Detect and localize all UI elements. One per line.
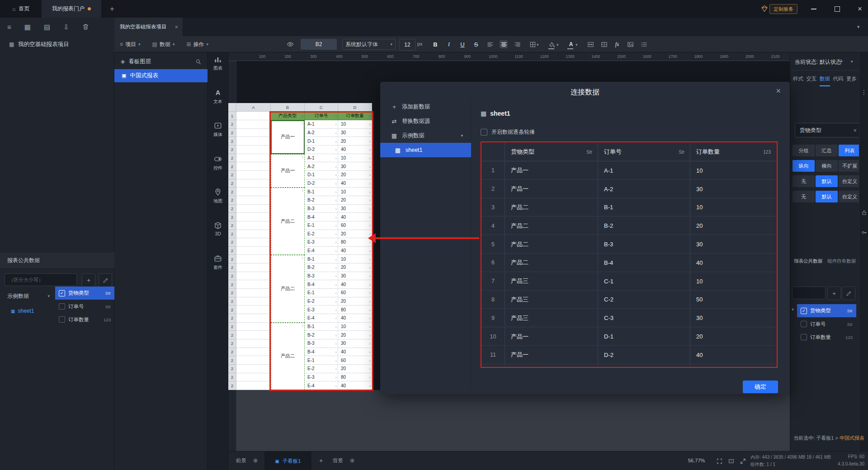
checkbox-empty[interactable] [801,321,807,327]
tab-project-document[interactable]: 我的空基础报表项目 × [114,18,183,36]
cell-empty[interactable] [236,280,271,289]
tab-数据[interactable]: 数据 [820,71,830,86]
tab-样式[interactable]: 样式 [793,71,803,86]
cell-empty[interactable] [236,323,271,331]
main-menu-icon[interactable]: ≡ [7,23,11,31]
row-header[interactable]: 2 [228,339,236,348]
row-header[interactable]: 2 [228,280,236,289]
component-map[interactable]: 地图 [208,188,228,210]
tab-交互[interactable]: 交互 [807,71,817,86]
cell-empty[interactable] [236,373,271,382]
sheet-link[interactable]: ▦ sheet1 [11,306,34,316]
column-header-B[interactable]: B [271,103,305,112]
add-state-button[interactable]: + [840,57,843,65]
field-row-订单号[interactable]: 订单号Str [55,300,114,313]
row-header[interactable]: 2 [228,255,236,263]
search-icon[interactable] [195,59,201,65]
dataset-dropdown-item[interactable]: ▦ 示例数据 ▾ [380,128,471,143]
row-header[interactable]: 2 [228,331,236,339]
option-button-自定义[interactable]: 自定义 [839,175,861,187]
new-tab-button[interactable]: + [106,0,118,18]
field-row-订单号[interactable]: 订单号Str [797,317,856,330]
foreground-label[interactable]: 前景 [236,457,246,464]
cell-empty[interactable] [236,381,271,390]
trash-icon[interactable] [82,24,89,30]
checkbox-empty[interactable] [59,316,65,323]
cell-empty[interactable] [236,221,271,230]
align-center-icon[interactable] [500,40,508,48]
formula-button[interactable]: fx [613,40,622,48]
chevron-down-icon[interactable]: ▾ [576,42,578,47]
cell-empty[interactable] [236,137,271,146]
row-header[interactable]: 2 [228,373,236,382]
borders-icon[interactable] [528,40,537,48]
component-kit[interactable]: 套件 [208,254,228,276]
tab-overflow-chevron-icon[interactable]: ▾ [857,24,860,30]
row-header[interactable]: 2 [228,171,236,179]
cell-empty[interactable] [236,154,271,163]
menu-data[interactable]: ▤ 数据 ▾ [152,41,175,48]
maximize-button[interactable] [831,0,844,18]
cell-empty[interactable] [236,365,271,373]
row-header[interactable]: 2 [228,221,236,230]
checkbox-empty[interactable] [59,303,65,310]
merge-cells-icon[interactable] [586,40,594,48]
file-icon[interactable]: ▤ [44,23,50,31]
cell-empty[interactable] [236,356,271,365]
cell-empty[interactable] [236,289,271,297]
custom-service-badge[interactable]: 定制服务 [769,4,797,14]
background-add-icon[interactable]: ⊕ [350,457,354,464]
cell-empty[interactable] [236,171,271,179]
table-row[interactable]: 12产品二E-160 [481,364,776,367]
column-header-D[interactable]: D [338,103,372,112]
cell-empty[interactable] [236,339,271,348]
more-options-icon[interactable]: ⋮ [861,89,867,96]
cell-empty[interactable] [236,297,271,306]
field-row-货物类型[interactable]: ✓货物类型Str [55,287,114,300]
italic-button[interactable]: I [444,40,453,48]
cell-empty[interactable] [236,188,271,196]
download-icon[interactable]: ⇩ [63,23,69,31]
row-header[interactable]: 2 [228,154,236,163]
field-row-订单数量[interactable]: 订单数量123 [55,313,114,326]
tab-home[interactable]: ⌂ 首页 [0,0,42,18]
row-header[interactable]: 2 [228,289,236,297]
row-header[interactable]: 2 [228,238,236,247]
cell-empty[interactable] [236,213,271,221]
component-media[interactable]: 媒体 [208,122,228,143]
component-cube[interactable]: 3D [208,221,228,243]
sheet1-item[interactable]: ▦ sheet1 [380,143,471,157]
row-header[interactable]: 2 [228,356,236,365]
inspector-edit-button[interactable] [842,287,855,300]
column-header-A[interactable]: A [236,103,271,112]
dataset-dropdown[interactable]: 示例数据 ▾ [5,290,52,302]
menu-project[interactable]: ≡ 项目 ▾ [120,41,141,48]
table-row[interactable]: 11产品一D-240 [481,346,776,364]
align-right-icon[interactable] [513,40,521,48]
public-data-section-header[interactable]: 报表公共数据 [0,252,114,269]
layer-item-chinese-report[interactable]: ▣ 中国式报表 [114,69,208,82]
align-left-icon[interactable] [486,40,494,48]
add-new-data-item[interactable]: + 添加新数据 [380,99,471,114]
chevron-down-icon[interactable]: ▾ [557,42,559,47]
data-tab-0[interactable]: 报表公共数据 [794,258,822,264]
option-button-汇总[interactable]: 汇总 [816,145,838,156]
table-row[interactable]: 9产品三C-330 [481,309,776,327]
option-button-不扩展[interactable]: 不扩展 [839,160,861,172]
cell-empty[interactable] [236,348,271,357]
row-header[interactable]: 2 [228,297,236,306]
cell-empty[interactable] [236,255,271,263]
option-button-无[interactable]: 无 [793,191,815,202]
option-button-分组[interactable]: 分组 [793,145,815,156]
subboard-tab[interactable]: ▣ 子看板1 [264,451,311,470]
row-header[interactable]: 2 [228,179,236,188]
row-header[interactable]: 2 [228,272,236,281]
option-button-横向[interactable]: 横向 [816,160,838,172]
table-row[interactable]: 3产品二B-110 [481,198,776,217]
row-header[interactable]: 2 [228,230,236,239]
tab-更多[interactable]: 更多 [846,71,857,86]
menu-actions[interactable]: ⊞ 操作 ▾ [186,41,208,48]
table-row[interactable]: 2产品一A-230 [481,180,776,198]
font-family-select[interactable]: 系统默认字体 ▾ [342,39,396,50]
board-icon[interactable]: ▦ [24,23,31,31]
